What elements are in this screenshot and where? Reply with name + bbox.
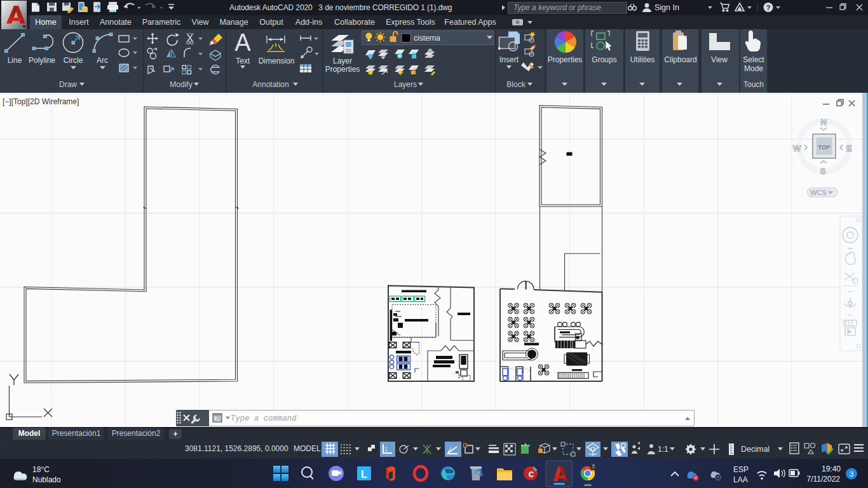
- svg-text:TOP: TOP: [818, 144, 830, 151]
- svg-text:Modify: Modify: [170, 80, 192, 89]
- svg-text:3: 3: [850, 470, 853, 478]
- svg-text:Type a command: Type a command: [231, 414, 297, 423]
- svg-text:W: W: [793, 144, 801, 153]
- svg-text:Polyline: Polyline: [29, 56, 55, 65]
- svg-text:E: E: [846, 144, 851, 153]
- svg-text:Circle: Circle: [64, 56, 83, 65]
- svg-text:19:40: 19:40: [822, 464, 841, 473]
- svg-text:Draw: Draw: [59, 80, 77, 89]
- svg-text:A: A: [234, 29, 251, 56]
- svg-text:Layers: Layers: [394, 80, 417, 89]
- svg-text:Annotation: Annotation: [252, 80, 288, 89]
- svg-text:?: ?: [766, 4, 771, 11]
- svg-text:18°C: 18°C: [32, 465, 50, 474]
- svg-text:Groups: Groups: [592, 55, 616, 64]
- svg-text:LAA: LAA: [733, 475, 748, 484]
- svg-text:Sign In: Sign In: [654, 3, 679, 12]
- svg-text:Nublado: Nublado: [32, 475, 61, 484]
- svg-text:Insert: Insert: [499, 55, 519, 64]
- svg-text:Decimal: Decimal: [741, 445, 770, 454]
- svg-text:[−][Top][2D Wireframe]: [−][Top][2D Wireframe]: [3, 97, 79, 106]
- svg-text:Utilities: Utilities: [630, 55, 655, 64]
- svg-text:Line: Line: [8, 56, 22, 65]
- svg-text:Block: Block: [506, 80, 526, 89]
- svg-text:L: L: [361, 469, 367, 480]
- svg-text:Text: Text: [236, 57, 250, 65]
- svg-text:Dimension: Dimension: [259, 57, 295, 65]
- svg-text:cisterna: cisterna: [414, 34, 440, 43]
- svg-text:View: View: [711, 55, 728, 64]
- svg-text:ESP: ESP: [733, 465, 749, 474]
- svg-text:c: c: [529, 468, 534, 479]
- svg-text:Select: Select: [743, 55, 764, 64]
- svg-text:Layer: Layer: [333, 57, 352, 65]
- svg-text:Mode: Mode: [744, 64, 763, 73]
- svg-text:WCS: WCS: [810, 189, 827, 196]
- svg-text:7/11/2022: 7/11/2022: [807, 475, 841, 484]
- svg-text:Arc: Arc: [97, 56, 108, 65]
- svg-text:1:1: 1:1: [658, 445, 668, 454]
- svg-text:Properties: Properties: [548, 55, 583, 64]
- svg-text:MODEL: MODEL: [294, 444, 321, 453]
- svg-text:Properties: Properties: [325, 65, 360, 74]
- svg-text:Clipboard: Clipboard: [664, 55, 696, 64]
- svg-text:S: S: [820, 166, 825, 176]
- svg-text:N: N: [820, 118, 827, 127]
- svg-text:Touch: Touch: [743, 80, 764, 89]
- svg-text:3081.1121, 1526.2895, 0.0000: 3081.1121, 1526.2895, 0.0000: [185, 444, 288, 453]
